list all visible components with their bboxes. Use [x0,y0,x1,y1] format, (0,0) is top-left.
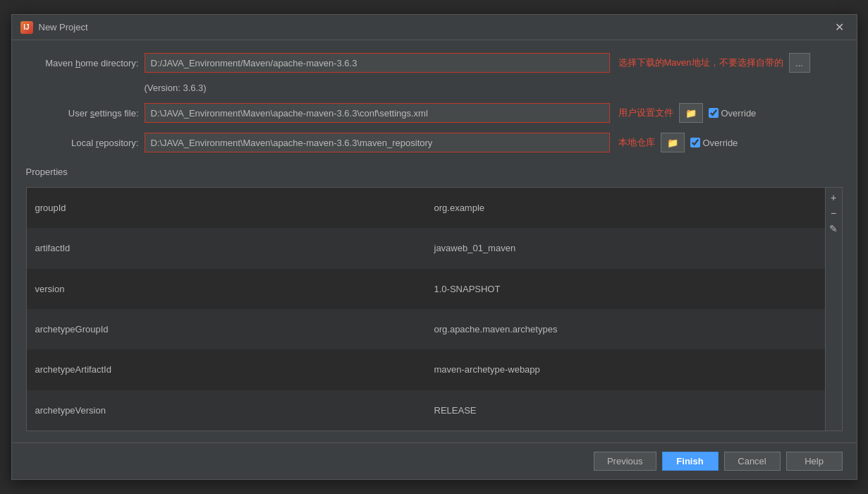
cancel-button[interactable]: Cancel [724,452,781,471]
property-key: version [27,269,426,309]
local-repo-browse-button[interactable]: 📁 [661,133,685,152]
user-settings-browse-button[interactable]: 📁 [679,103,703,123]
table-row: groupId org.example [27,188,825,228]
maven-home-browse-button[interactable]: ... [789,53,810,73]
maven-home-input[interactable] [145,53,610,73]
close-button[interactable]: ✕ [831,19,848,35]
finish-button[interactable]: Finish [662,452,719,471]
user-settings-hint: 用户设置文件 [618,107,673,119]
property-key: groupId [27,188,426,228]
properties-section-title: Properties [26,167,843,177]
edit-property-button[interactable]: ✎ [826,222,841,236]
help-button[interactable]: Help [786,452,843,471]
user-settings-row: User settings file: 用户设置文件 📁 Override [26,102,843,124]
table-row: archetypeVersion RELEASE [27,390,825,430]
user-settings-override-checkbox[interactable] [709,108,719,118]
property-value: javaweb_01_maven [426,228,825,268]
properties-container: groupId org.example artifactId javaweb_0… [26,187,843,431]
property-key: archetypeArtifactId [27,349,426,390]
title-bar-left: IJ New Project [20,21,88,34]
add-property-button[interactable]: + [826,191,841,205]
maven-home-row: Maven home directory: 选择下载的Maven地址，不要选择自… [26,52,843,74]
user-settings-label: User settings file: [26,108,139,119]
property-value: RELEASE [426,390,825,430]
remove-property-button[interactable]: − [826,206,841,220]
user-settings-override-text: Override [721,108,757,119]
local-repo-override-text: Override [703,138,738,148]
app-icon: IJ [20,21,33,34]
table-row: archetypeArtifactId maven-archetype-weba… [27,349,825,390]
property-value: 1.0-SNAPSHOT [426,269,825,309]
properties-sidebar-actions: + − ✎ [825,188,842,430]
property-value: maven-archetype-webapp [426,349,825,390]
new-project-dialog: IJ New Project ✕ Maven home directory: 选… [11,14,857,480]
user-settings-override-label: Override [709,108,757,119]
property-key: archetypeGroupId [27,309,426,349]
dialog-title: New Project [39,22,88,32]
table-row: archetypeGroupId org.apache.maven.archet… [27,309,825,349]
dialog-footer: Previous Finish Cancel Help [12,442,857,479]
dialog-content: Maven home directory: 选择下载的Maven地址，不要选择自… [12,40,857,442]
table-row: artifactId javaweb_01_maven [27,228,825,268]
maven-home-label: Maven home directory: [26,58,139,68]
property-key: archetypeVersion [27,390,426,430]
local-repo-label: Local repository: [26,138,139,148]
table-row: version 1.0-SNAPSHOT [27,269,825,309]
properties-table: groupId org.example artifactId javaweb_0… [27,188,825,430]
previous-button[interactable]: Previous [594,452,656,471]
local-repo-override-checkbox[interactable] [690,138,700,147]
local-repo-row: Local repository: 本地仓库 📁 Override [26,131,843,154]
local-repo-input[interactable] [145,133,610,152]
local-repo-hint: 本地仓库 [618,136,655,149]
user-settings-input[interactable] [145,103,610,123]
local-repo-override-label: Override [690,138,738,148]
version-text: (Version: 3.6.3) [145,81,843,95]
property-value: org.example [426,188,825,228]
property-value: org.apache.maven.archetypes [426,309,825,349]
maven-home-hint: 选择下载的Maven地址，不要选择自带的 [618,56,783,69]
title-bar: IJ New Project ✕ [12,15,857,40]
property-key: artifactId [27,228,426,268]
